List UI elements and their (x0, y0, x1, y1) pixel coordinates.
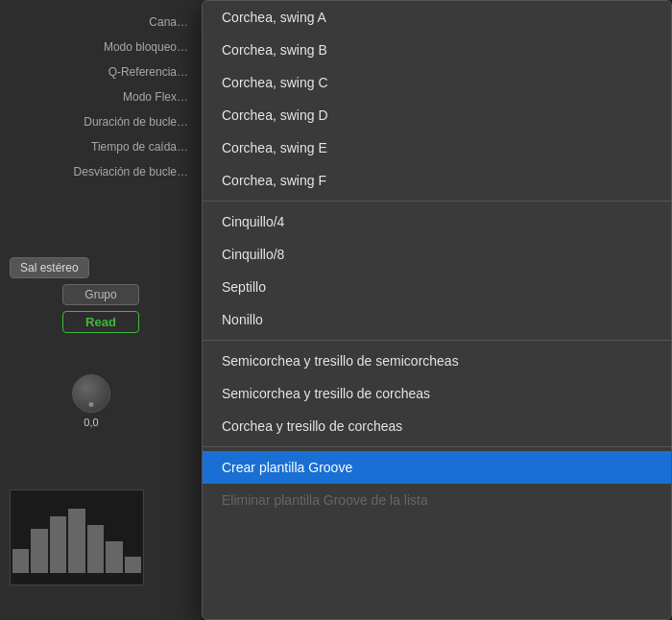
menu-item-corchea-swing-d[interactable]: Corchea, swing D (203, 99, 671, 131)
knob-dot (89, 402, 94, 407)
grupo-button[interactable]: Grupo (62, 284, 139, 305)
knob-area: 0,0 (58, 374, 125, 428)
menu-separator (203, 340, 671, 341)
mini-chart-bar (87, 525, 104, 574)
menu-item-corchea-swing-c[interactable]: Corchea, swing C (203, 66, 671, 99)
mini-chart-bar (50, 516, 66, 573)
left-panel-label: Tiempo de caída… (0, 134, 202, 159)
sal-estereo-button[interactable]: Sal estéreo (10, 257, 89, 278)
knob-value: 0,0 (84, 417, 98, 428)
menu-item-crear-plantilla[interactable]: Crear plantilla Groove (203, 451, 671, 484)
menu-item-cinquillo-4[interactable]: Cinquillo/4 (203, 205, 671, 238)
dropdown-menu: Corchea, swing ACorchea, swing BCorchea,… (202, 0, 672, 620)
left-panel-labels: Cana…Modo bloqueo…Q-Referencia…Modo Flex… (0, 0, 202, 184)
left-panel-label: Modo Flex… (0, 84, 202, 109)
menu-item-corchea-swing-e[interactable]: Corchea, swing E (203, 131, 671, 164)
menu-item-septillo[interactable]: Septillo (203, 271, 671, 303)
menu-separator (203, 201, 671, 202)
menu-item-corchea-tresillo-corcheas[interactable]: Corchea y tresillo de corcheas (203, 410, 671, 442)
left-panel-label: Cana… (0, 10, 202, 35)
left-panel-label: Desviación de bucle… (0, 159, 202, 184)
menu-item-corchea-swing-a[interactable]: Corchea, swing A (203, 1, 671, 34)
menu-item-semicorchea-tresillo-corcheas[interactable]: Semicorchea y tresillo de corcheas (203, 377, 671, 410)
left-panel-label: Duración de bucle… (0, 109, 202, 134)
menu-item-semicorchea-tresillo-semicorcheas[interactable]: Semicorchea y tresillo de semicorcheas (203, 345, 671, 377)
mini-chart-bar (125, 557, 141, 573)
left-panel-label: Q-Referencia… (0, 60, 202, 84)
knob[interactable] (72, 374, 110, 413)
mini-chart-bar (106, 541, 122, 574)
mini-chart-bars (11, 490, 143, 575)
menu-item-corchea-swing-b[interactable]: Corchea, swing B (203, 34, 671, 66)
menu-item-eliminar-plantilla: Eliminar plantilla Groove de la lista (203, 484, 671, 516)
mini-chart (10, 489, 144, 585)
left-panel-label: Modo bloqueo… (0, 35, 202, 60)
menu-item-cinquillo-8[interactable]: Cinquillo/8 (203, 238, 671, 271)
buttons-area: Sal estéreo Grupo Read (10, 257, 192, 333)
menu-separator (203, 446, 671, 447)
mini-chart-bar (68, 509, 84, 573)
mini-chart-bar (12, 549, 29, 573)
menu-item-corchea-swing-f[interactable]: Corchea, swing F (203, 164, 671, 197)
left-panel: Cana…Modo bloqueo…Q-Referencia…Modo Flex… (0, 0, 202, 620)
menu-item-nonillo[interactable]: Nonillo (203, 303, 671, 336)
read-button[interactable]: Read (62, 311, 139, 333)
mini-chart-bar (31, 529, 47, 573)
